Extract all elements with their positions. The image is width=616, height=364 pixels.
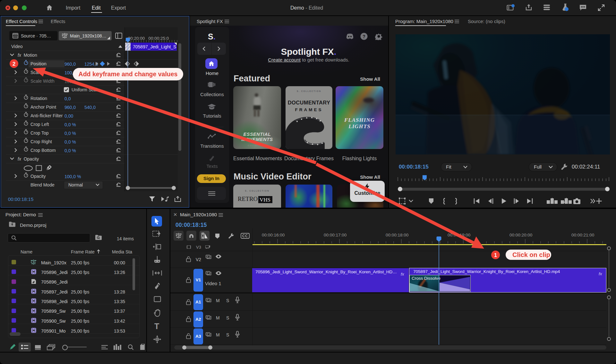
svg-text:?: ? xyxy=(363,34,365,39)
